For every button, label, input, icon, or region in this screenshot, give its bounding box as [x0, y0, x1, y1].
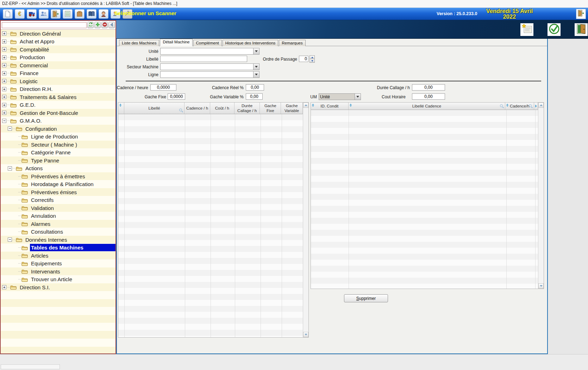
tree-expander-icon[interactable]: +	[2, 31, 6, 36]
euro-icon[interactable]: €	[15, 9, 25, 19]
tree-item-alarmes[interactable]: Alarmes	[1, 220, 115, 228]
vertical-scrollbar[interactable]	[303, 103, 308, 337]
chevron-down-icon[interactable]	[253, 64, 259, 70]
package-icon[interactable]	[75, 9, 85, 19]
column-header-libell-cadence[interactable]: Libellé Cadence	[349, 103, 506, 110]
column-header-id-condit[interactable]: ID. Condit	[311, 103, 349, 110]
tree-item-intervenants[interactable]: Intervenants	[1, 267, 115, 276]
tree-expander-icon[interactable]: +	[2, 47, 6, 51]
tree-expander-icon[interactable]: +	[2, 79, 6, 83]
tree-item-gestion-de-pont-bascule[interactable]: +Gestion de Pont-Bascule	[1, 109, 115, 117]
chevron-down-icon[interactable]	[253, 72, 259, 78]
tab-historique-des-interventions[interactable]: Historique des Interventions	[223, 40, 279, 46]
tree-expander-icon[interactable]: +	[2, 111, 6, 115]
cout-horaire-input[interactable]	[412, 93, 445, 100]
collapse-button[interactable]	[108, 22, 115, 28]
validate-button[interactable]	[548, 23, 561, 36]
tree-expander-icon[interactable]: +	[2, 39, 6, 44]
users-icon[interactable]	[39, 9, 49, 19]
spinner-down-icon[interactable]	[309, 59, 315, 63]
tree-expander-icon[interactable]: −	[8, 127, 12, 131]
tree-item-pr-ventives-mises[interactable]: Préventives émises	[1, 188, 115, 196]
tree-expander-icon[interactable]: −	[2, 119, 6, 123]
chevron-down-icon[interactable]	[253, 48, 259, 54]
tree-item-pr-ventives-mettres[interactable]: Préventives à émettres	[1, 172, 115, 180]
tab-liste-des-machines[interactable]: Liste des Machines	[119, 40, 159, 46]
column-header-cadence-h[interactable]: Cadence/h	[505, 103, 534, 110]
gache-fixe-input[interactable]	[168, 93, 185, 100]
search-magnifier-icon[interactable]	[179, 109, 183, 112]
close-window-button[interactable]	[575, 23, 588, 36]
blank-document-icon[interactable]	[3, 9, 13, 19]
scroll-down-icon[interactable]	[538, 283, 544, 289]
tree-item-g-e-d[interactable]: +G.E.D.	[1, 101, 115, 109]
spinner-up-icon[interactable]	[309, 55, 315, 59]
tree-item-comptabilit[interactable]: +Comptabilité	[1, 45, 115, 54]
remove-button[interactable]	[101, 22, 108, 28]
scroll-down-icon[interactable]	[303, 332, 308, 337]
gache-variable-input[interactable]	[246, 93, 263, 100]
tree-item-articles[interactable]: Articles	[1, 252, 115, 260]
person-icon[interactable]	[99, 9, 108, 19]
tree-item-cat-gorie-panne[interactable]: Catégorie Panne	[1, 149, 115, 157]
tree-item-secteur-machine[interactable]: Secteur ( Machine )	[1, 141, 115, 149]
tree-item-trouver-un-article[interactable]: Trouver un Article	[1, 276, 115, 284]
tree-expander-icon[interactable]: +	[2, 285, 6, 289]
cadence-heure-input[interactable]	[150, 84, 176, 91]
tree-item-ligne-de-production[interactable]: Ligne de Production	[1, 133, 115, 141]
tree-expander-icon[interactable]: +	[2, 103, 6, 107]
tree-item-consultations[interactable]: Consultations	[1, 228, 115, 236]
tree-expander-icon[interactable]: −	[8, 238, 12, 242]
search-magnifier-icon[interactable]	[529, 104, 532, 108]
scroll-up-icon[interactable]	[538, 103, 544, 108]
vertical-scrollbar[interactable]	[538, 103, 544, 289]
tree-item-configuration[interactable]: −Configuration	[1, 125, 115, 133]
next-column-icon[interactable]	[534, 103, 538, 110]
tree-item-direction-r-h[interactable]: +Direction R.H.	[1, 85, 115, 93]
tree-item-horodatage-planification[interactable]: Horodatage & Planification	[1, 180, 115, 189]
tab-d-tail-machine[interactable]: Détail Machine	[160, 39, 192, 46]
unite-combo[interactable]	[160, 48, 259, 55]
tree-expander-icon[interactable]: +	[2, 95, 6, 99]
tree-item-direction-g-n-ral[interactable]: +Direction Général	[1, 30, 115, 38]
scroll-up-icon[interactable]	[303, 103, 308, 108]
tree-expander-icon[interactable]: +	[2, 55, 6, 60]
tree-item-correctifs[interactable]: Correctifs	[1, 196, 115, 204]
duree-callage-input[interactable]	[412, 84, 445, 91]
ligne-combo[interactable]	[160, 71, 259, 78]
tree-item-g-m-a-o[interactable]: −G.M.A.O.	[1, 117, 115, 125]
tree-item-annulation[interactable]: Annulation	[1, 212, 115, 220]
tree-item-commercial[interactable]: +Commercial	[1, 61, 115, 69]
tree-expander-icon[interactable]: +	[2, 87, 6, 91]
tree-item-finance[interactable]: +Finance	[1, 69, 115, 78]
cadence-reel-input[interactable]	[246, 84, 264, 91]
search-magnifier-icon[interactable]	[500, 104, 503, 108]
add-button[interactable]	[94, 22, 101, 28]
tree-search-input[interactable]	[2, 22, 87, 28]
column-header-co-t-h[interactable]: Coût / h	[210, 103, 234, 114]
column-header-cadence-h[interactable]: Cadence / h	[184, 103, 210, 114]
libelle-input[interactable]	[160, 56, 247, 62]
tree-item-logistic[interactable]: +Logistic	[1, 77, 115, 85]
tree-item-production[interactable]: +Production	[1, 54, 115, 62]
ordre-de-passage-input[interactable]	[299, 56, 308, 62]
supprimer-button[interactable]: Supprimer	[344, 294, 388, 302]
column-header-gache-variable[interactable]: Gache Variable	[281, 103, 303, 114]
secteur-machine-combo[interactable]	[160, 63, 259, 70]
tree-item-donn-es-internes[interactable]: −Données Internes	[1, 236, 115, 244]
tree-expander-icon[interactable]: +	[2, 63, 6, 67]
tree-item-direction-s-i[interactable]: +Direction S.I.	[1, 283, 115, 291]
new-record-button[interactable]	[520, 23, 533, 36]
tree-item-validation[interactable]: Validation	[1, 204, 115, 212]
tree-item-actions[interactable]: −Actions	[1, 165, 115, 173]
tree-item-traitements-salaires[interactable]: +Traitements && Salaires	[1, 93, 115, 101]
calculator-icon[interactable]	[63, 9, 73, 19]
catalog-icon[interactable]	[87, 9, 96, 19]
tab-remarques[interactable]: Remarques	[279, 40, 305, 46]
tree-expander-icon[interactable]: +	[2, 71, 6, 75]
column-header-libell[interactable]: Libellé	[124, 103, 184, 114]
exit-door-icon[interactable]	[51, 9, 61, 19]
sort-corner-cell[interactable]	[118, 103, 124, 114]
exit-application-button[interactable]	[576, 9, 586, 19]
column-header-gache-fixe[interactable]: Gache Fixe	[260, 103, 281, 114]
